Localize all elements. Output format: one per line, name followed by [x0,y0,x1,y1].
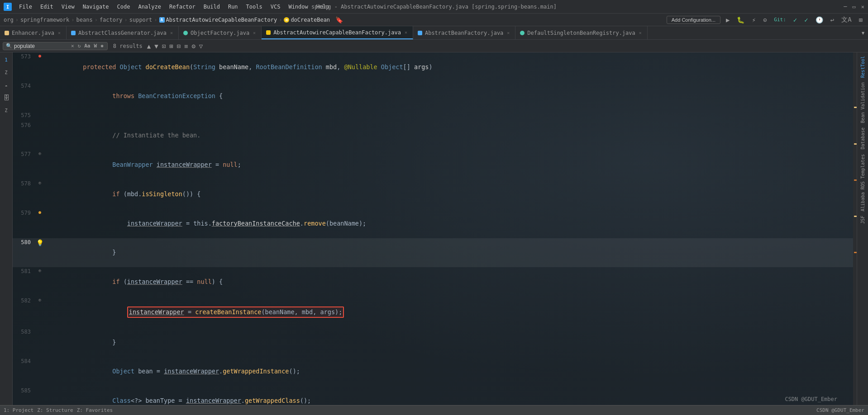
tab-objectfactory[interactable]: ObjectFactory.java ✕ [179,26,262,39]
line-num-580: 580 [13,238,35,247]
search-word-button[interactable]: W [93,43,98,49]
gutter-582: ⊕ [35,297,44,304]
menu-window[interactable]: Window [285,3,311,11]
menu-refactor[interactable]: Refactor [166,3,199,11]
git-check-icon[interactable]: ✓ [792,15,799,24]
menu-analyze[interactable]: Analyze [134,3,165,11]
search-input[interactable] [14,43,68,49]
gutter-580: 💡 [35,238,44,248]
search-expand-button[interactable]: ⊡ [161,42,167,50]
menu-view[interactable]: View [58,3,78,11]
search-next-button[interactable]: ▼ [153,42,159,50]
tab-label-enhancer: Enhancer.java [12,30,54,36]
code-text-584: Object bean = instanceWrapper.getWrapped… [44,357,853,387]
breadcrumb-beans[interactable]: beans [76,17,93,23]
bookmark-icon[interactable]: 🔖 [335,16,343,24]
breadcrumb-factory[interactable]: factory [100,17,123,23]
status-structure[interactable]: Z: Structure [37,407,73,413]
undo-icon[interactable]: ↩ [829,15,836,24]
search-options1-button[interactable]: ⊞ [168,42,174,50]
tab-abstractbeanfactory[interactable]: AbstractBeanFactory.java ✕ [413,26,515,39]
tab-close-abstractbeanfactory[interactable]: ✕ [506,30,510,36]
sidebar-database-icon[interactable]: 🗄 [1,92,12,103]
status-right: CSDN @GDUT_Ember [816,407,864,413]
code-text-580: } [44,238,853,268]
status-project[interactable]: 1: Project [4,407,33,413]
main-layout: 1 Z ☁ 🗄 Z 573 ● protected Object doCreat… [0,52,868,415]
scroll-mark-4 [854,216,857,217]
menu-navigate[interactable]: Navigate [79,3,113,11]
tab-close-defaultsingletonbeanregistry[interactable]: ✕ [638,30,643,36]
code-text-574: throws BeanCreationException { [44,82,853,111]
breadcrumb-org[interactable]: org [4,17,14,23]
tab-abstractautowirecapable[interactable]: AbstractAutowireCapableBeanFactory.java … [262,26,413,39]
menu-run[interactable]: Run [224,3,242,11]
tabs-overflow-button[interactable]: ▾ [858,26,868,39]
tab-enhancer[interactable]: Enhancer.java ✕ [0,26,67,39]
sidebar-resttool[interactable]: RestTool [859,54,866,80]
code-text-582: instanceWrapper = createBeanInstance(bea… [44,297,853,328]
search-prev-button[interactable]: ▲ [146,42,152,50]
git-check2-icon[interactable]: ✓ [802,15,810,24]
git-history-icon[interactable]: 🕐 [814,15,825,24]
code-text-578: if (mbd.isSingleton()) { [44,179,853,209]
sidebar-database[interactable]: Database [859,126,866,151]
menu-build[interactable]: Build [200,3,224,11]
translate-icon[interactable]: 文A [839,15,853,25]
line-num-573: 573 [13,52,35,61]
breadcrumb-springframework[interactable]: springframework [20,17,69,23]
tab-label-abstractbeanfactory: AbstractBeanFactory.java [425,30,503,36]
status-bar: 1: Project Z: Structure Z: Favorites CSD… [0,405,868,415]
search-icon: 🔍 [6,43,12,49]
status-favorites[interactable]: Z: Favorites [77,407,113,413]
debug-button[interactable]: 🐛 [735,15,746,24]
search-regex-button[interactable]: ✱ [100,43,105,49]
sidebar-favorites-icon[interactable]: Z [1,105,12,116]
breadcrumb-class[interactable]: AbstractAutowireCapableBeanFactory [166,17,277,23]
search-bar: 🔍 ✕ ↻ Aa W ✱ 8 results ▲ ▼ ⊡ ⊞ ⊟ ≡ ⚙ ▽ [0,40,868,52]
tab-abstractclassgenerator[interactable]: AbstractClassGenerator.java ✕ [67,26,179,39]
maximize-button[interactable]: ▭ [853,4,856,10]
sidebar-bean-validation[interactable]: Bean Validation [859,80,866,125]
sidebar-cloud-icon[interactable]: ☁ [1,80,12,90]
menu-tools[interactable]: Tools [243,3,266,11]
search-settings-button[interactable]: ⚙ [191,42,196,50]
menu-vcs[interactable]: VCS [267,3,284,11]
tab-close-objectfactory[interactable]: ✕ [252,30,257,36]
search-funnel-button[interactable]: ▽ [198,42,204,50]
coverage-button[interactable]: ⊙ [761,15,768,24]
code-line-583: 583 } [13,328,853,357]
sidebar-project-icon[interactable]: 1 [1,54,12,65]
minimize-button[interactable]: ─ [844,4,847,10]
profile-button[interactable]: ⚡ [750,15,757,24]
scroll-indicator[interactable] [853,52,857,415]
sidebar-alibaba-ros[interactable]: Alibaba ROS Templates [859,152,866,213]
run-button[interactable]: ▶ [724,15,731,24]
breadcrumb-method[interactable]: doCreateBean [291,17,330,23]
menu-edit[interactable]: Edit [37,3,57,11]
search-wrap-button[interactable]: ↻ [77,43,82,49]
search-case-button[interactable]: Aa [83,43,91,49]
menu-code[interactable]: Code [114,3,134,11]
tab-close-abstractclassgenerator[interactable]: ✕ [169,30,174,36]
title-bar-left: I File Edit View Navigate Code Analyze R… [4,3,333,11]
breadcrumb-support[interactable]: support [129,17,153,23]
fold-icon-578: ⊕ [38,179,41,187]
sidebar-jsf[interactable]: JSF [859,214,866,226]
menu-file[interactable]: File [15,3,36,11]
add-configuration-button[interactable]: Add Configuration... [667,16,720,24]
code-editor[interactable]: 573 ● protected Object doCreateBean(Stri… [13,52,853,415]
tab-close-enhancer[interactable]: ✕ [57,30,62,36]
tab-defaultsingletonbeanregistry[interactable]: DefaultSingletonBeanRegistry.java ✕ [515,26,647,39]
search-clear-button[interactable]: ✕ [70,43,75,49]
tab-close-abstractautowirecapable[interactable]: ✕ [404,29,408,35]
search-filter-button[interactable]: ≡ [183,42,189,50]
sidebar-structure-icon[interactable]: Z [1,67,12,78]
layout-icon[interactable]: ⊞ [857,15,864,24]
breadcrumb-sep-4: › [124,17,127,23]
scroll-mark-3 [854,179,857,181]
close-button[interactable]: ✕ [861,4,864,10]
code-text-581: if (instanceWrapper == null) { [44,267,853,297]
line-num-577: 577 [13,150,35,159]
search-options2-button[interactable]: ⊟ [176,42,181,50]
